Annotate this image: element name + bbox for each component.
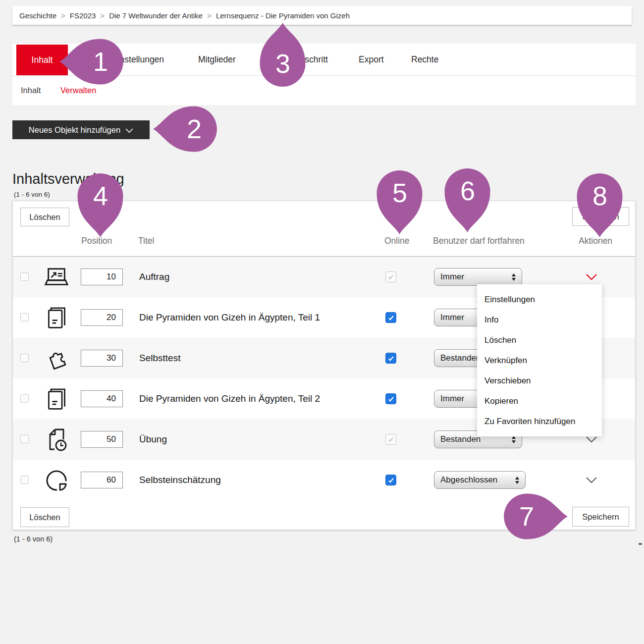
delete-button-bottom[interactable]: Löschen (20, 507, 69, 527)
annotation-marker-6: 6 (439, 168, 496, 232)
progress-select-value: Abgeschlossen (440, 475, 510, 485)
subtab-inhalt[interactable]: Inhalt (21, 75, 41, 105)
column-header-online: Online (384, 236, 410, 246)
actions-chevron-icon[interactable] (586, 436, 597, 445)
marker-number: 6 (460, 177, 475, 204)
menu-item-verschieben[interactable]: Verschieben (477, 371, 602, 391)
annotation-marker-2: 2 (153, 101, 217, 158)
row-select-checkbox[interactable] (20, 394, 29, 403)
column-header-position: Position (81, 236, 112, 246)
row-select-checkbox[interactable] (20, 272, 29, 281)
actions-chevron-icon[interactable] (586, 477, 597, 485)
marker-number: 5 (392, 179, 407, 206)
media-laptop-chart-icon (44, 265, 69, 290)
breadcrumb-item[interactable]: Geschichte (19, 11, 56, 20)
learning-module-icon (44, 386, 69, 412)
row-select-checkbox[interactable] (20, 354, 29, 362)
online-checkbox[interactable] (385, 475, 396, 485)
breadcrumb-item-current[interactable]: Lernsequenz - Die Pyramiden von Gizeh (216, 11, 350, 20)
screen-artifact (639, 543, 642, 545)
online-checkbox-disabled (385, 271, 396, 282)
select-stepper-icon (512, 436, 516, 443)
breadcrumb-item[interactable]: FS2023 (70, 11, 96, 20)
chevron-down-icon (125, 125, 133, 135)
position-input[interactable] (81, 309, 123, 326)
online-checkbox[interactable] (385, 312, 396, 323)
menu-item-zu-favoriten[interactable]: Zu Favoriten hinzufügen (477, 411, 602, 431)
breadcrumb: Geschichte > FS2023 > Die 7 Weltwunder d… (12, 6, 632, 25)
progress-select[interactable]: Immer (434, 268, 522, 286)
annotation-marker-7: 7 (504, 488, 568, 545)
menu-item-info[interactable]: Info (477, 310, 602, 330)
position-input[interactable] (81, 472, 123, 488)
online-checkbox[interactable] (385, 353, 396, 364)
annotation-marker-4: 4 (72, 173, 129, 237)
row-title[interactable]: Die Pyramiden von Gizeh in Ägypten, Teil… (139, 297, 320, 338)
marker-number: 4 (93, 182, 108, 209)
result-count-top: (1 - 6 von 6) (14, 191, 50, 198)
marker-number: 1 (93, 48, 108, 75)
add-new-object-label: Neues Objekt hinzufügen (29, 125, 120, 135)
actions-dropdown-menu: Einstellungen Info Löschen Verknüpfen Ve… (477, 284, 602, 436)
learning-module-icon (44, 305, 69, 331)
position-input[interactable] (81, 350, 123, 367)
marker-number: 8 (592, 182, 607, 209)
annotation-marker-5: 5 (371, 170, 428, 234)
row-select-checkbox[interactable] (20, 476, 29, 484)
save-button-bottom[interactable]: Speichern (572, 507, 629, 527)
exercise-clock-icon (44, 427, 69, 453)
menu-item-einstellungen[interactable]: Einstellungen (477, 289, 602, 310)
row-title[interactable]: Selbsttest (139, 338, 180, 378)
breadcrumb-item[interactable]: Die 7 Weltwunder der Antike (109, 11, 203, 20)
tab-export[interactable]: Export (359, 44, 384, 75)
breadcrumb-separator: > (100, 11, 105, 20)
breadcrumb-separator: > (61, 11, 65, 20)
position-input[interactable] (81, 431, 123, 448)
annotation-marker-3: 3 (254, 23, 311, 87)
actions-chevron-icon-open[interactable] (586, 273, 597, 282)
test-puzzle-icon (44, 346, 69, 372)
annotation-marker-8: 8 (571, 173, 628, 237)
column-header-title: Titel (138, 236, 154, 246)
row-title[interactable]: Auftrag (139, 257, 169, 297)
column-header-actions: Aktionen (579, 236, 612, 246)
survey-pie-icon (44, 468, 69, 493)
row-select-checkbox[interactable] (20, 313, 29, 322)
result-count-bottom: (1 - 6 von 6) (14, 535, 53, 543)
column-header-progress: Benutzer darf fortfahren (433, 236, 525, 246)
breadcrumb-separator: > (207, 11, 212, 20)
select-stepper-icon (515, 477, 519, 484)
row-select-checkbox[interactable] (20, 435, 29, 443)
menu-item-verknuepfen[interactable]: Verknüpfen (477, 350, 602, 371)
online-checkbox[interactable] (385, 393, 396, 404)
row-title[interactable]: Die Pyramiden von Gizeh in Ägypten, Teil… (139, 378, 320, 419)
select-stepper-icon (512, 273, 516, 281)
position-input[interactable] (81, 268, 123, 285)
menu-item-loeschen[interactable]: Löschen (477, 330, 602, 350)
row-title[interactable]: Selbsteinschätzung (139, 460, 221, 500)
row-title[interactable]: Übung (139, 419, 167, 460)
add-new-object-button[interactable]: Neues Objekt hinzufügen (12, 120, 150, 139)
marker-number: 7 (519, 503, 534, 530)
tab-rechte[interactable]: Rechte (411, 44, 438, 75)
progress-select-value: Immer (440, 272, 507, 282)
progress-select[interactable]: Abgeschlossen (434, 471, 526, 489)
annotation-marker-1: 1 (59, 33, 123, 90)
marker-number: 2 (187, 115, 202, 142)
position-input[interactable] (81, 390, 123, 407)
menu-item-kopieren[interactable]: Kopieren (477, 391, 602, 411)
marker-number: 3 (275, 50, 290, 77)
tab-mitglieder[interactable]: Mitglieder (198, 44, 236, 75)
delete-button-top[interactable]: Löschen (20, 208, 69, 226)
online-checkbox-disabled (385, 434, 396, 445)
